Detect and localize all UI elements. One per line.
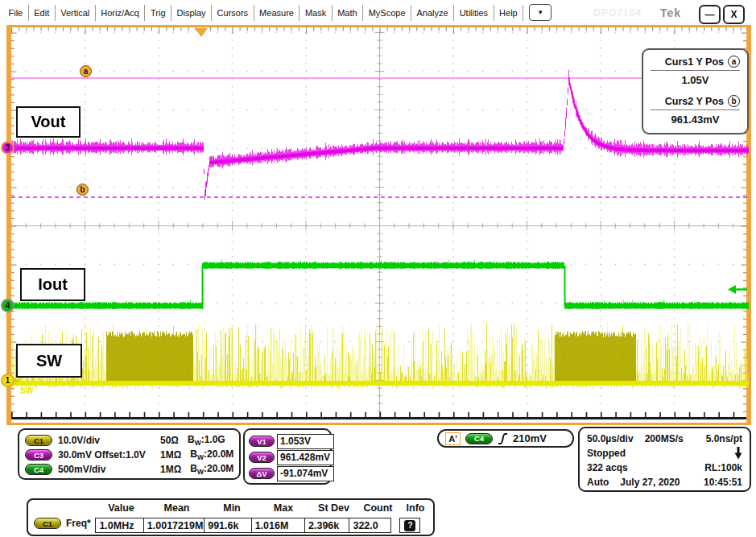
c1-badge[interactable]: C1 (25, 435, 52, 446)
curs1-label: Curs1 Y Pos (665, 56, 724, 68)
channel-row-c1[interactable]: C1 10.0V/div 50Ω BW:1.0G (25, 433, 233, 448)
cursor-b-badge: b (728, 95, 740, 107)
c3-bandwidth: BW:20.0M (190, 448, 233, 461)
minimize-button[interactable]: — (699, 5, 721, 24)
menu-analyze[interactable]: Analyze (411, 8, 453, 18)
oscilloscope-app: File Edit Vertical Horiz/Acq Trig Displa… (0, 0, 756, 537)
delta-v-value: -91.074mV (277, 466, 334, 481)
menu-myscope[interactable]: MyScope (363, 8, 411, 18)
menu-trig[interactable]: Trig (145, 8, 171, 18)
sample-resolution: 5.0ns/pt (706, 433, 742, 444)
header-stdev: St Dev (311, 502, 357, 514)
channel1-marker[interactable]: 1 (1, 374, 14, 387)
measurement-name: Freq* (66, 518, 91, 529)
acquisition-count: 322 acqs (587, 462, 628, 473)
channel1-arrow-icon (14, 378, 20, 384)
measurement-stdev: 2.396k (304, 518, 350, 533)
info-cell[interactable]: ? (399, 518, 420, 533)
acquisition-state: Stopped (587, 448, 626, 459)
measurement-mean: 1.0017219M (143, 518, 205, 533)
menu-math[interactable]: Math (333, 8, 362, 18)
record-length: RL:100k (704, 462, 742, 473)
curs2-label: Curs2 Y Pos (665, 96, 724, 107)
vout-annotation: Vout (16, 106, 81, 138)
c3-badge[interactable]: C3 (25, 449, 52, 461)
chevron-down-icon: ▼ (537, 9, 543, 16)
trigger-mode: Auto (587, 477, 609, 488)
cursor-readout-box[interactable]: Curs1 Y Posa 1.05V Curs2 Y Posb 961.43mV (642, 48, 749, 134)
v2-value: 961.428mV (277, 450, 334, 465)
menu-separator (523, 5, 523, 21)
measurement-min: 991.6k (204, 518, 252, 533)
delta-v-row: ΔV -91.074mV (249, 465, 326, 481)
trigger-source-badge: C4 (465, 433, 493, 444)
c1-scale: 10.0V/div (58, 435, 155, 446)
header-max: Max (256, 502, 311, 514)
sw-trace-label: SW (20, 386, 33, 395)
measurement-values: 1.0MHz 1.0017219M 991.6k 1.016M 2.396k 3… (97, 518, 420, 533)
menu-utilities[interactable]: Utilities (454, 8, 493, 18)
measurement-headers: Value Mean Min Max St Dev Count Info (97, 502, 432, 514)
header-count: Count (357, 502, 399, 514)
info-icon: ? (404, 520, 415, 531)
delta-v-badge: ΔV (249, 468, 275, 479)
menu-measure[interactable]: Measure (254, 8, 300, 18)
v1-badge: V1 (249, 436, 275, 447)
divider (651, 70, 740, 71)
cursor-a-handle[interactable]: a (80, 65, 92, 77)
iout-annotation: Iout (20, 268, 85, 301)
timebase-box: 50.0µs/div 200MS/s 5.0ns/pt Stopped 322 … (578, 427, 751, 492)
channel4-arrow-icon (14, 303, 20, 309)
menu-mask[interactable]: Mask (300, 8, 331, 18)
model-label: DPO7104 (593, 7, 642, 19)
v1-value: 1.053V (277, 434, 334, 449)
menu-help[interactable]: Help (494, 8, 523, 18)
measurement-table: Value Mean Min Max St Dev Count Info C1 … (27, 498, 435, 536)
menu-horiz-acq[interactable]: Horiz/Acq (96, 8, 145, 18)
waveform-display[interactable] (9, 27, 749, 423)
v2-badge: V2 (249, 452, 275, 463)
measurement-count: 322.0 (349, 518, 391, 533)
channel-row-c4[interactable]: C4 500mV/div 1MΩ BW:20.0M (25, 462, 233, 477)
menu-overflow-button[interactable]: ▼ (529, 4, 552, 21)
trigger-readout-box[interactable]: A' C4 210mV (437, 429, 574, 448)
trigger-level: 210mV (513, 432, 547, 444)
header-info: Info (399, 502, 432, 514)
header-mean: Mean (146, 502, 208, 514)
close-button[interactable]: X (723, 5, 745, 24)
c4-scale: 500mV/div (58, 464, 155, 475)
c3-impedance: 1MΩ (160, 449, 181, 461)
v2-row: V2 961.428mV (249, 449, 326, 465)
cursor-voltage-box: V1 1.053V V2 961.428mV ΔV -91.074mV (243, 428, 332, 485)
timebase-scale: 50.0µs/div (587, 433, 634, 444)
menu-cursors[interactable]: Cursors (212, 8, 254, 18)
menu-edit[interactable]: Edit (29, 8, 55, 18)
c1-bandwidth: BW:1.0G (188, 434, 233, 447)
v1-row: V1 1.053V (249, 433, 326, 449)
channel4-marker[interactable]: 4 (1, 299, 14, 312)
c3-scale: 30.0mV Offset:1.0V (58, 449, 155, 461)
stopped-indicator-icon (734, 447, 742, 460)
curs1-value: 1.05V (651, 74, 740, 86)
sample-rate: 200MS/s (645, 433, 684, 444)
c4-badge[interactable]: C4 (25, 464, 52, 475)
measurement-source-badge[interactable]: C1 (34, 518, 61, 529)
menu-bar: File Edit Vertical Horiz/Acq Trig Displa… (0, 0, 756, 25)
menu-display[interactable]: Display (171, 8, 211, 18)
cursor-a-badge: a (728, 56, 740, 68)
menu-vertical[interactable]: Vertical (56, 8, 95, 18)
channel-row-c3[interactable]: C3 30.0mV Offset:1.0V 1MΩ BW:20.0M (25, 448, 233, 462)
measurement-value: 1.0MHz (95, 518, 144, 533)
channel3-marker[interactable]: 3 (1, 141, 14, 155)
curs2-value: 961.43mV (651, 114, 740, 126)
menu-file[interactable]: File (3, 8, 28, 18)
channel-scales-box: C1 10.0V/div 50Ω BW:1.0G C3 30.0mV Offse… (18, 428, 241, 480)
sw-annotation: SW (16, 344, 82, 378)
channel3-arrow-icon (14, 145, 20, 151)
header-value: Value (97, 502, 146, 514)
divider (651, 109, 740, 110)
trigger-a-badge: A' (445, 432, 461, 445)
close-icon: X (730, 9, 737, 20)
cursor-b-handle[interactable]: b (76, 184, 89, 196)
header-min: Min (208, 502, 256, 514)
